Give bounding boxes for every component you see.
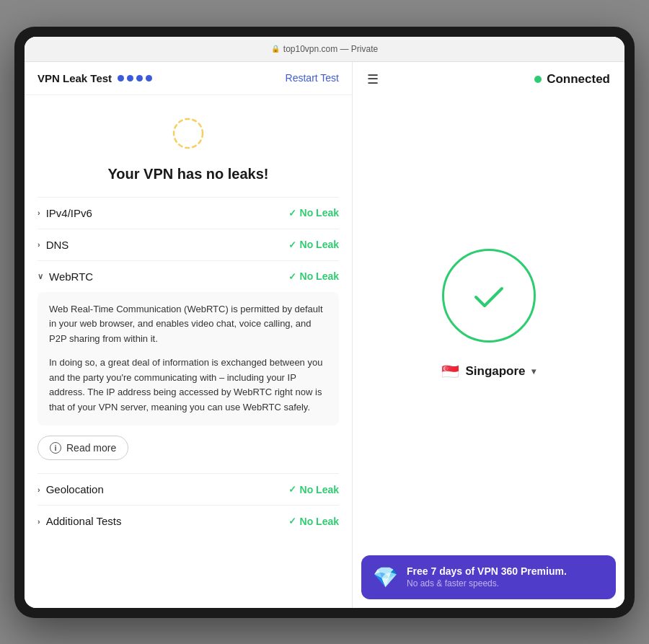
check-icon-ipv4: ✓ — [288, 208, 296, 219]
test-result-ipv4: ✓ No Leak — [288, 207, 339, 219]
browser-bar: 🔒 top10vpn.com — Private — [25, 37, 624, 62]
loading-spinner — [170, 115, 206, 151]
test-row-left: › IPv4/IPv6 — [37, 207, 92, 219]
right-panel: ☰ Connected 🇸🇬 Singapore — [353, 62, 624, 608]
dots-indicator — [118, 75, 152, 81]
result-text-additional: No Leak — [300, 516, 339, 527]
address-text: top10vpn.com — Private — [283, 44, 378, 54]
location-row[interactable]: 🇸🇬 Singapore ▾ — [441, 363, 535, 380]
test-row-left-geo: › Geolocation — [37, 483, 104, 495]
address-bar: 🔒 top10vpn.com — Private — [271, 44, 378, 54]
chevron-ipv4: › — [37, 208, 40, 217]
test-label-webrtc: WebRTC — [49, 270, 93, 283]
left-panel: VPN Leak Test Restart Test — [25, 62, 353, 608]
device-frame: 🔒 top10vpn.com — Private VPN Leak Test — [14, 27, 635, 618]
dot-3 — [136, 75, 143, 81]
dot-2 — [127, 75, 133, 81]
panel-header: VPN Leak Test Restart Test — [25, 62, 352, 95]
panel-title: VPN Leak Test — [37, 72, 112, 84]
result-text-geo: No Leak — [300, 484, 339, 495]
bottom-tests: › Geolocation ✓ No Leak › Additional Tes… — [25, 473, 352, 537]
test-row-left-dns: › DNS — [37, 239, 69, 251]
browser-content: VPN Leak Test Restart Test — [25, 62, 624, 608]
info-icon: i — [50, 442, 61, 454]
test-row-left-additional: › Additional Tests — [37, 515, 121, 527]
test-row-additional[interactable]: › Additional Tests ✓ No Leak — [37, 505, 339, 537]
promo-title: Free 7 days of VPN 360 Premium. — [407, 565, 567, 577]
location-chevron-icon: ▾ — [531, 366, 536, 376]
test-label-geo: Geolocation — [46, 483, 104, 495]
webrtc-description: Web Real-Time Communication (WebRTC) is … — [37, 292, 339, 426]
webrtc-desc-2: In doing so, a great deal of information… — [49, 356, 327, 415]
flag-icon: 🇸🇬 — [441, 363, 459, 380]
restart-button[interactable]: Restart Test — [286, 72, 339, 84]
test-result-dns: ✓ No Leak — [288, 239, 339, 250]
dot-4 — [146, 75, 152, 81]
promo-text-area: Free 7 days of VPN 360 Premium. No ads &… — [407, 565, 567, 588]
location-text: Singapore — [465, 364, 525, 379]
check-icon-dns: ✓ — [288, 239, 296, 250]
result-text-dns: No Leak — [300, 239, 339, 250]
webrtc-header[interactable]: ∨ WebRTC ✓ No Leak — [37, 261, 339, 292]
chevron-dns: › — [37, 240, 40, 249]
check-icon-geo: ✓ — [288, 484, 296, 495]
browser-window: 🔒 top10vpn.com — Private VPN Leak Test — [25, 37, 624, 608]
check-svg — [467, 274, 511, 317]
check-circle — [442, 249, 536, 343]
status-dot — [534, 76, 542, 83]
svg-point-0 — [174, 119, 203, 148]
test-label-additional: Additional Tests — [46, 515, 122, 527]
test-result-webrtc: ✓ No Leak — [288, 270, 339, 282]
read-more-label: Read more — [66, 442, 116, 454]
check-icon-additional: ✓ — [288, 516, 296, 526]
vpn-check-area: 🇸🇬 Singapore ▾ — [353, 97, 624, 547]
panel-title-area: VPN Leak Test — [37, 72, 152, 84]
result-text-webrtc: No Leak — [300, 270, 339, 282]
promo-banner[interactable]: 💎 Free 7 days of VPN 360 Premium. No ads… — [361, 555, 616, 599]
test-row-geolocation[interactable]: › Geolocation ✓ No Leak — [37, 473, 339, 505]
webrtc-row-left: ∨ WebRTC — [37, 270, 93, 283]
hamburger-menu[interactable]: ☰ — [367, 73, 379, 86]
connected-status: Connected — [534, 72, 610, 87]
test-result-geo: ✓ No Leak — [288, 484, 339, 495]
read-more-button[interactable]: i Read more — [37, 436, 128, 460]
right-header: ☰ Connected — [353, 62, 624, 97]
chevron-additional: › — [37, 517, 40, 526]
result-text-ipv4: No Leak — [300, 207, 339, 219]
spinner-area — [25, 95, 352, 166]
chevron-webrtc: ∨ — [37, 272, 43, 281]
test-row-dns[interactable]: › DNS ✓ No Leak — [37, 229, 339, 260]
promo-icon: 💎 — [373, 565, 398, 589]
test-label-dns: DNS — [46, 239, 69, 251]
test-result-additional: ✓ No Leak — [288, 516, 339, 527]
webrtc-section: ∨ WebRTC ✓ No Leak Web Real-Time Communi… — [37, 260, 339, 426]
chevron-geo: › — [37, 485, 40, 494]
check-icon-webrtc: ✓ — [288, 271, 296, 282]
tests-list: › IPv4/IPv6 ✓ No Leak › DNS — [25, 197, 352, 436]
promo-subtitle: No ads & faster speeds. — [407, 578, 567, 588]
webrtc-desc-1: Web Real-Time Communication (WebRTC) is … — [49, 302, 327, 347]
test-row-ipv4[interactable]: › IPv4/IPv6 ✓ No Leak — [37, 197, 339, 229]
test-label-ipv4: IPv4/IPv6 — [46, 207, 92, 219]
dot-1 — [118, 75, 124, 81]
lock-icon: 🔒 — [271, 45, 280, 53]
hero-text: Your VPN has no leaks! — [25, 166, 352, 197]
status-text: Connected — [547, 72, 610, 87]
